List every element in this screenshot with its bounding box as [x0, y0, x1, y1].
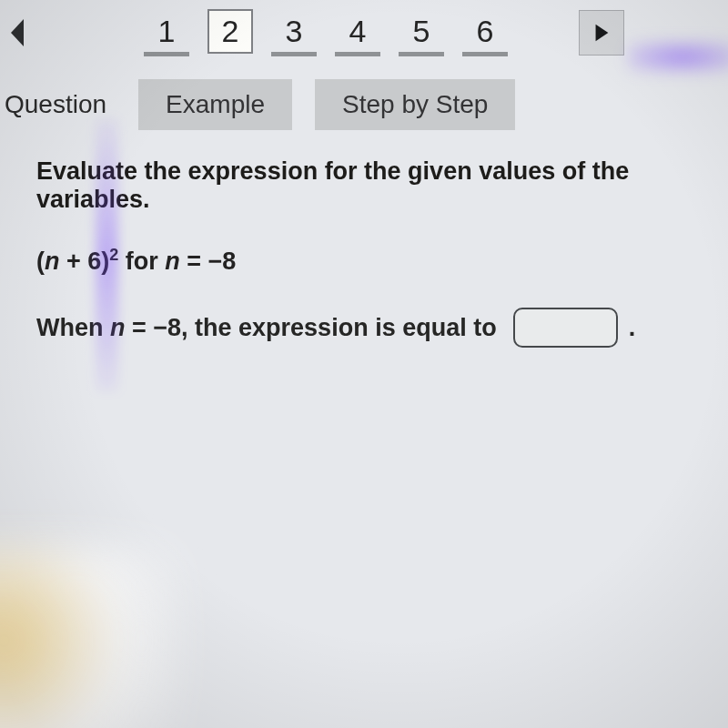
expr-lparen: ( — [36, 248, 45, 275]
page-num-1[interactable]: 1 — [144, 9, 189, 56]
page-num-2[interactable]: 2 — [207, 9, 253, 54]
expression-line: (n + 6)2 for n = −8 — [36, 246, 701, 276]
mode-tabs: Question Example Step by Step — [0, 61, 728, 148]
question-prompt: Evaluate the expression for the given va… — [36, 157, 701, 214]
chevron-right-icon — [592, 22, 612, 44]
page-num-5[interactable]: 5 — [399, 9, 444, 56]
answer-variable-n: n — [110, 314, 126, 341]
prev-arrow-button[interactable] — [0, 13, 36, 54]
svg-marker-0 — [11, 19, 24, 46]
svg-marker-1 — [596, 25, 609, 41]
expr-variable-n-1: n — [45, 248, 60, 275]
page-num-3[interactable]: 3 — [271, 9, 317, 56]
page-num-4[interactable]: 4 — [335, 9, 380, 56]
pagination-bar: 1 2 3 4 5 6 — [0, 0, 728, 61]
answer-period: . — [629, 314, 636, 342]
answer-when: When — [36, 314, 110, 341]
expr-exponent: 2 — [109, 246, 118, 264]
expr-for: for — [118, 248, 165, 275]
lens-blob-artifact — [0, 546, 182, 728]
expr-variable-n-2: n — [165, 248, 180, 275]
tab-example[interactable]: Example — [138, 79, 292, 130]
answer-line: When n = −8, the expression is equal to … — [36, 308, 701, 348]
tab-question[interactable]: Question — [0, 86, 116, 124]
answer-input[interactable] — [513, 308, 618, 348]
chevron-left-icon — [7, 19, 29, 46]
page-number-list: 1 2 3 4 5 6 — [144, 9, 508, 56]
question-content: Evaluate the expression for the given va… — [0, 148, 728, 375]
page-num-6[interactable]: 6 — [462, 9, 508, 56]
expr-value: = −8 — [180, 248, 237, 275]
next-arrow-button[interactable] — [579, 10, 624, 56]
tab-step-by-step[interactable]: Step by Step — [315, 79, 515, 130]
answer-mid: = −8, the expression is equal to — [126, 314, 497, 341]
expr-plus6: + 6) — [60, 248, 110, 275]
